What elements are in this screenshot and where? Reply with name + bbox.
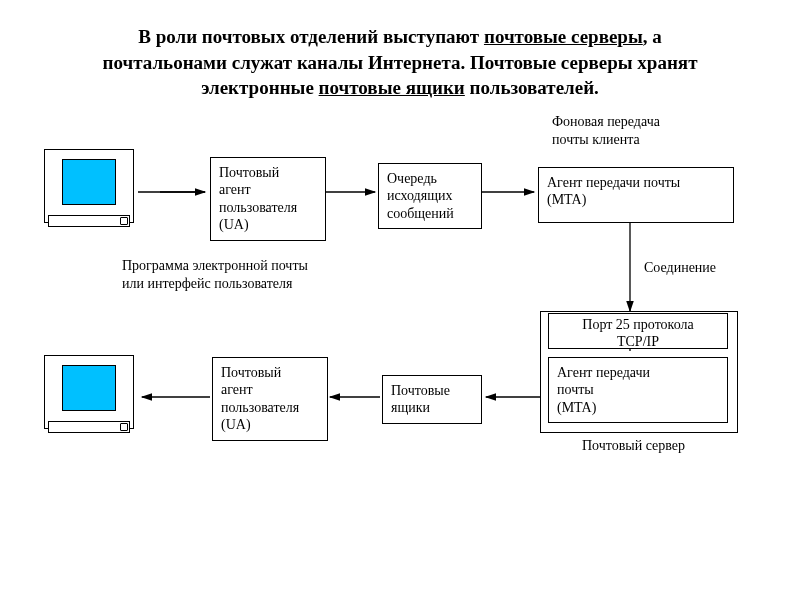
label-client-program: Программа электронной почтыили интерфейс… <box>122 257 308 293</box>
ua2-text: Почтовыйагентпользователя(UA) <box>221 365 299 433</box>
mta1-text: Агент передачи почты(MTA) <box>547 175 680 208</box>
node-user-agent-sender: Почтовыйагентпользователя(UA) <box>210 157 326 241</box>
queue-text: Очередьисходящихсообщений <box>387 171 454 221</box>
node-mta-bottom: Агент передачипочты(MTA) <box>548 357 728 424</box>
title-paragraph: В роли почтовых отделений выступают почт… <box>80 24 720 101</box>
diagram-canvas: Почтовыйагентпользователя(UA) Очередьисх… <box>0 107 800 487</box>
title-part3: пользователей. <box>465 77 599 98</box>
node-mailbox: Почтовыеящики <box>382 375 482 424</box>
label-background-transfer: Фоновая передачапочты клиента <box>552 113 660 149</box>
computer-icon-receiver <box>44 355 134 435</box>
node-outgoing-queue: Очередьисходящихсообщений <box>378 163 482 230</box>
mta2-text: Агент передачипочты(MTA) <box>557 365 650 415</box>
computer-icon-sender <box>44 149 134 229</box>
port25-text: Порт 25 протоколаTCP/IP <box>582 317 693 350</box>
label-connection: Соединение <box>644 259 716 277</box>
node-user-agent-receiver: Почтовыйагентпользователя(UA) <box>212 357 328 441</box>
title-underline1: почтовые серверы <box>484 26 643 47</box>
label-mail-server: Почтовый сервер <box>582 437 685 455</box>
mailbox-text: Почтовыеящики <box>391 383 450 416</box>
title-underline2: почтовые ящики <box>319 77 465 98</box>
title-part1: В роли почтовых отделений выступают <box>138 26 484 47</box>
ua1-text: Почтовыйагентпользователя(UA) <box>219 165 297 233</box>
node-mta-top: Агент передачи почты(MTA) <box>538 167 734 223</box>
node-port25: Порт 25 протоколаTCP/IP <box>548 313 728 349</box>
